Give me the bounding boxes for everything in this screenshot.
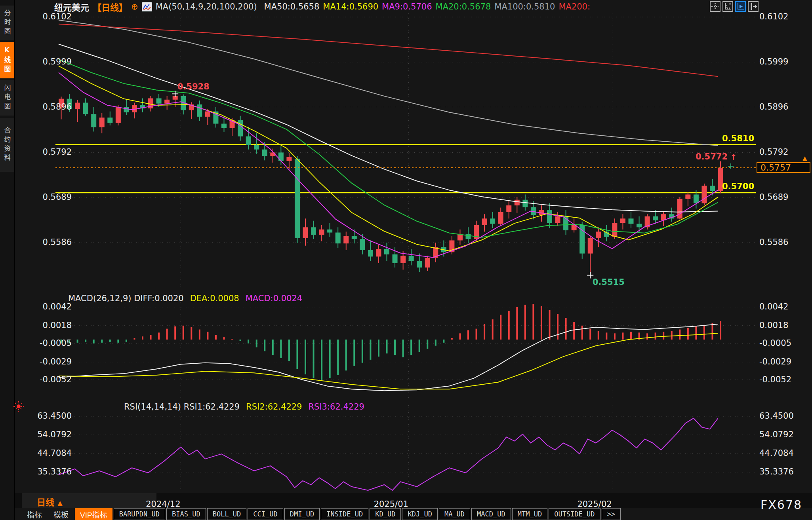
scale-tool-button[interactable] [722,1,733,12]
indicator-tabbar: 指标模板VIP指标BARUPDN_UDBIAS_UDBOLL_UDCCI_UDD… [22,508,621,520]
ma-legend-item: MA9:0.5706 [382,2,432,11]
indicator-tab-14[interactable]: MTM_UD [512,508,547,520]
indicator-tab-4[interactable]: BARUPDN_UD [114,508,165,520]
rsi-header-segment: RSI3:62.4229 [309,402,364,412]
shift-tool-button[interactable] [748,1,759,12]
rsi-header-segment: RSI2:62.4229 [246,402,302,412]
symbol-name: 纽元美元 [54,0,89,13]
indicator-tab-12[interactable]: MA_UD [439,508,470,520]
indicator-tab-9[interactable]: INSIDE_UD [321,508,368,520]
indicator-tab-16[interactable]: >> [602,508,621,520]
ma-legend-item: MA14:0.5690 [323,2,378,11]
ma-legend-item: MA50:0.5658 [264,2,320,11]
price-chart-canvas[interactable] [0,0,812,520]
sidebar-item-4[interactable]: 合约资料 [0,118,14,172]
add-indicator-icon[interactable]: ⊕ [131,3,138,11]
bottom-strip: 日线▲ [15,493,812,508]
alert-dot-icon[interactable] [13,400,25,414]
macd-header-segment: MACD:0.0024 [246,294,303,303]
ma-settings-label: MA(50,14,9,20,100,200) [156,2,257,11]
chart-app: 分时图K线图闪电图合约资料 纽元美元 【日线】 ⊕ MA(50,14,9,20,… [0,0,812,520]
rsi-header-segment: RSI(14,14,14) RSI1:62.4229 [124,402,240,412]
sidebar: 分时图K线图闪电图合约资料 [0,0,15,520]
sidebar-item-2[interactable]: K线图 [0,42,14,78]
indicator-tab-8[interactable]: DMI_UD [284,508,320,520]
indicator-tab-2[interactable]: 模板 [48,508,74,520]
playback-tool-icon [736,2,745,11]
macd-header: MACD(26,12,9) DIFF:0.0020DEA:0.0008MACD:… [68,294,309,303]
scale-tool-icon [723,2,732,11]
crosshair-tool-icon [711,2,720,11]
sidebar-item-1[interactable]: 分时图 [0,6,14,40]
period-selector[interactable]: 日线▲ [22,493,156,508]
sidebar-item-3[interactable]: 闪电图 [0,80,14,116]
mini-chart-icon[interactable] [142,2,152,11]
period-tag: 【日线】 [93,0,128,13]
current-price-box: 0.5757 [757,162,810,173]
ma-legend-item: MA200: [558,2,590,11]
caret-up-icon: ▲ [57,499,63,507]
indicator-tab-13[interactable]: MACD_UD [471,508,511,520]
macd-header-segment: DEA:0.0008 [190,294,239,303]
rsi-header: RSI(14,14,14) RSI1:62.4229RSI2:62.4229RS… [124,402,371,412]
indicator-tab-15[interactable]: OUTSIDE_UD [549,508,600,520]
indicator-tab-1[interactable]: 指标 [22,508,47,520]
crosshair-tool-button[interactable] [710,1,721,12]
ma-legend: MA50:0.5658MA14:0.5690MA9:0.5706MA20:0.5… [261,2,590,11]
indicator-tab-11[interactable]: KDJ_UD [402,508,437,520]
indicator-tab-3[interactable]: VIP指标 [75,508,112,520]
current-price-value: 0.5757 [761,163,791,173]
ma-legend-item: MA100:0.5810 [494,2,555,11]
period-label: 日线 [37,497,54,507]
chart-header: 纽元美元 【日线】 ⊕ MA(50,14,9,20,100,200) MA50:… [54,1,590,13]
indicator-tab-7[interactable]: CCI_UD [248,508,283,520]
price-up-arrow-icon: ▲ [802,155,807,162]
indicator-tab-6[interactable]: BOLL_UD [207,508,247,520]
playback-tool-button[interactable] [735,1,746,12]
watermark: FX678 [761,498,802,512]
indicator-tab-5[interactable]: BIAS_UD [166,508,206,520]
macd-header-segment: MACD(26,12,9) DIFF:0.0020 [68,294,184,303]
ma-legend-item: MA20:0.5678 [436,2,491,11]
shift-tool-icon [749,2,758,11]
indicator-tab-10[interactable]: KD_UD [370,508,401,520]
chart-toolbar [710,1,759,12]
